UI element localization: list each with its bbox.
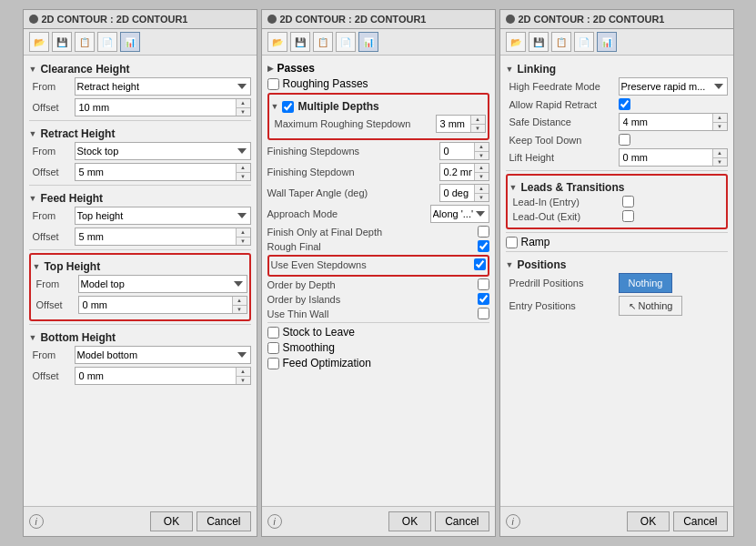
panel1-cancel-button[interactable]: Cancel [197, 511, 250, 531]
rough-final-checkbox[interactable] [478, 240, 489, 252]
bottom-offset-label: Offset [33, 370, 75, 381]
allow-rapid-checkbox[interactable] [619, 98, 630, 110]
panel2-cancel-button[interactable]: Cancel [435, 511, 489, 531]
panel2-info[interactable]: i [267, 514, 282, 529]
tb3-btn3[interactable]: 📋 [551, 32, 571, 52]
lift-height-up[interactable]: ▲ [713, 149, 727, 158]
top-arrow: ▼ [33, 262, 41, 271]
cursor-icon: ↖ [629, 301, 636, 311]
tb2-btn1[interactable]: 📂 [267, 32, 287, 52]
lift-height-input[interactable] [619, 148, 728, 167]
tb1-btn2[interactable]: 💾 [52, 32, 72, 52]
tb1-btn3[interactable]: 📋 [75, 32, 95, 52]
thin-wall-checkbox[interactable] [478, 308, 489, 319]
bottom-height-header[interactable]: ▼ Bottom Height [29, 328, 251, 346]
finishing-stepdowns-up[interactable]: ▲ [475, 143, 489, 152]
top-offset-up[interactable]: ▲ [233, 297, 247, 306]
tb1-btn4[interactable]: 📄 [97, 32, 117, 52]
feed-offset-input[interactable] [75, 228, 251, 246]
panel3-info[interactable]: i [506, 514, 520, 529]
feed-offset-up[interactable]: ▲ [237, 228, 250, 238]
safe-distance-input[interactable] [619, 113, 728, 131]
predrill-nothing-button[interactable]: Nothing [619, 273, 673, 293]
multiple-depths-label: Multiple Depths [297, 100, 378, 113]
panel1-ok-button[interactable]: OK [150, 511, 193, 531]
feed-optimization-checkbox[interactable] [267, 358, 279, 369]
lift-height-down[interactable]: ▼ [713, 158, 727, 167]
retract-height-header[interactable]: ▼ Retract Height [29, 124, 251, 142]
high-feedrate-select[interactable]: Preserve rapid m... [619, 77, 728, 96]
tb2-btn5[interactable]: 📊 [358, 32, 378, 52]
tb3-btn2[interactable]: 💾 [529, 32, 549, 52]
top-offset-input[interactable] [78, 296, 247, 314]
top-from-select[interactable]: Model top [78, 275, 247, 293]
feed-offset-down[interactable]: ▼ [237, 238, 250, 246]
retract-offset-input[interactable] [75, 163, 251, 181]
top-height-header[interactable]: ▼ Top Height [33, 257, 247, 275]
keep-tool-down-checkbox[interactable] [619, 134, 630, 146]
panel1-info[interactable]: i [29, 514, 44, 529]
finishing-stepdowns-arrows: ▲ ▼ [474, 143, 489, 159]
max-roughing-up[interactable]: ▲ [471, 116, 485, 125]
top-offset-down[interactable]: ▼ [233, 306, 247, 314]
smoothing-checkbox[interactable] [267, 342, 279, 354]
multiple-depths-checkbox[interactable] [282, 101, 294, 113]
bottom-from-select[interactable]: Model bottom [75, 346, 251, 364]
tb3-btn1[interactable]: 📂 [506, 32, 526, 52]
bottom-offset-down[interactable]: ▼ [237, 377, 250, 385]
feed-from-select[interactable]: Top height [75, 207, 251, 225]
clearance-from-select[interactable]: Retract height [75, 77, 251, 96]
linking-header[interactable]: ▼ Linking [506, 59, 728, 77]
bottom-offset-up[interactable]: ▲ [237, 368, 250, 377]
retract-from-select[interactable]: Stock top [75, 142, 251, 160]
wall-taper-up[interactable]: ▲ [475, 185, 489, 194]
panel2-ok-button[interactable]: OK [388, 511, 431, 531]
ramp-checkbox[interactable] [506, 237, 518, 248]
order-islands-checkbox[interactable] [478, 293, 489, 305]
feed-height-header[interactable]: ▼ Feed Height [29, 188, 251, 207]
keep-tool-down-label: Keep Tool Down [509, 135, 619, 146]
positions-header[interactable]: ▼ Positions [506, 255, 728, 273]
feed-arrow: ▼ [29, 194, 37, 203]
finish-final-checkbox[interactable] [478, 226, 489, 238]
max-roughing-down[interactable]: ▼ [471, 125, 485, 133]
panel3-footer: i OK Cancel [500, 506, 733, 536]
safe-distance-up[interactable]: ▲ [713, 114, 727, 123]
entry-nothing-button[interactable]: ↖ Nothing [619, 296, 683, 316]
lift-height-spinbox: ▲ ▼ [619, 148, 728, 167]
retract-offset-up[interactable]: ▲ [237, 164, 250, 173]
finishing-stepdown-up[interactable]: ▲ [475, 164, 489, 173]
clearance-height-header[interactable]: ▼ Clearance Height [29, 59, 251, 77]
tb2-btn4[interactable]: 📄 [336, 32, 356, 52]
tb3-btn5[interactable]: 📊 [597, 32, 617, 52]
clearance-offset-input[interactable] [75, 98, 251, 116]
lead-out-checkbox[interactable] [622, 210, 634, 222]
bottom-offset-input[interactable] [75, 367, 251, 385]
approach-mode-row: Approach Mode Along '...' [267, 205, 489, 223]
multiple-depths-header[interactable]: ▼ Multiple Depths [271, 96, 486, 115]
stock-to-leave-checkbox[interactable] [267, 327, 279, 339]
finishing-stepdown-down[interactable]: ▼ [475, 173, 489, 181]
safe-distance-row: Safe Distance ▲ ▼ [509, 113, 728, 131]
finishing-stepdowns-down[interactable]: ▼ [475, 152, 489, 160]
leads-transitions-header[interactable]: ▼ Leads & Transitions [509, 177, 724, 196]
approach-mode-select[interactable]: Along '...' [430, 205, 489, 223]
passes-header[interactable]: ▶ Passes [267, 59, 489, 77]
tb1-btn5[interactable]: 📊 [120, 32, 140, 52]
safe-distance-down[interactable]: ▼ [713, 123, 727, 131]
lead-in-checkbox[interactable] [622, 196, 634, 207]
tb2-btn3[interactable]: 📋 [313, 32, 333, 52]
tb2-btn2[interactable]: 💾 [290, 32, 310, 52]
roughing-passes-checkbox[interactable] [267, 78, 279, 90]
tb3-btn4[interactable]: 📄 [574, 32, 594, 52]
wall-taper-down[interactable]: ▼ [475, 194, 489, 202]
allow-rapid-row: Allow Rapid Retract [509, 98, 728, 110]
panel3-cancel-button[interactable]: Cancel [673, 511, 727, 531]
order-depth-checkbox[interactable] [478, 278, 489, 290]
retract-offset-down[interactable]: ▼ [237, 173, 250, 181]
clearance-offset-down[interactable]: ▼ [237, 108, 250, 116]
clearance-offset-up[interactable]: ▲ [237, 99, 250, 108]
panel3-ok-button[interactable]: OK [627, 511, 670, 531]
use-even-stepdowns-checkbox[interactable] [474, 258, 486, 270]
tb1-btn1[interactable]: 📂 [29, 32, 49, 52]
